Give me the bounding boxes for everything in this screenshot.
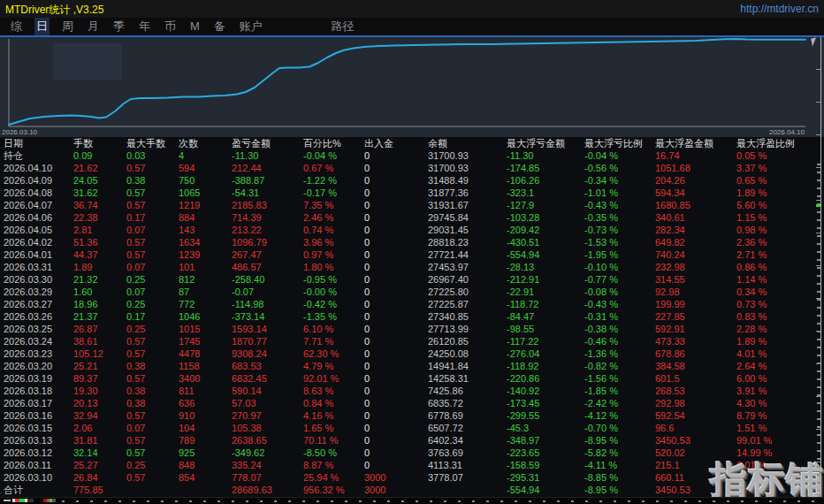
cell-num: 0.25 <box>123 459 175 471</box>
menu-item-备[interactable]: 备 <box>212 18 227 35</box>
taskbar-start-icon[interactable] <box>4 500 11 501</box>
cell-num: 848 <box>175 459 228 471</box>
cell-num: 267.47 <box>228 248 300 261</box>
cell-du: 3.91 % <box>733 385 824 397</box>
cell-num: 26.84 <box>70 471 123 484</box>
menu-item-账户[interactable]: 账户 <box>238 18 264 35</box>
cell-num: 6.10 % <box>300 323 361 335</box>
cell-bal: 3763.69 <box>424 447 503 459</box>
cell-num: 335.24 <box>228 459 300 471</box>
cell-num: 62.30 % <box>300 347 361 360</box>
cell-du: 649.82 <box>652 236 733 248</box>
cell-num: 0.57 <box>123 372 175 385</box>
cell-dd: -554.94 <box>503 248 581 261</box>
cell-num: 20.13 <box>70 397 123 409</box>
cell-bal: 26120.85 <box>424 335 503 347</box>
cell-num: 1219 <box>175 199 228 211</box>
menu-item-币[interactable]: 币 <box>163 18 178 35</box>
cell-bal: 27225.80 <box>424 286 503 298</box>
cell-num: 683.53 <box>228 360 300 372</box>
cell-num: 775.85 <box>70 484 123 496</box>
menu-item-季[interactable]: 季 <box>111 18 126 35</box>
cell-du: 6.00 % <box>733 372 824 385</box>
cell-date: 2026.03.12 <box>0 447 70 459</box>
cell-num: -0.00 % <box>300 286 361 298</box>
cell-date: 2026.04.05 <box>0 224 70 236</box>
cell-num: 2185.83 <box>228 199 300 211</box>
chart-overlay-box <box>53 43 122 80</box>
cell-bal: 31877.36 <box>424 187 503 199</box>
cell-num: 714.39 <box>228 211 300 224</box>
taskbar-icon-2[interactable] <box>43 499 56 502</box>
cell-dd: -0.77 % <box>581 273 652 286</box>
cell-num: 0.38 <box>123 397 175 409</box>
app-url-link[interactable]: http://mtdriver.cn <box>740 3 819 15</box>
cell-num: 636 <box>175 397 228 409</box>
cell-du: 227.85 <box>652 310 733 323</box>
menu-item-日[interactable]: 日 <box>34 18 50 35</box>
cell-num: 956.32 % <box>300 484 361 496</box>
cell-num: 0.97 % <box>300 248 361 261</box>
cell-num: -0.17 % <box>300 187 361 199</box>
cell-dd: -295.31 <box>503 471 581 484</box>
menu-item-综[interactable]: 综 <box>9 18 24 35</box>
cell-du: 314.55 <box>652 273 733 286</box>
cell-dd: -5.82 % <box>581 447 652 459</box>
cell-du: 2.64 % <box>733 360 824 372</box>
cell-num: 4 <box>175 149 228 162</box>
cell-num: 0.07 <box>123 261 175 273</box>
equity-line <box>9 39 805 125</box>
cell-dd: -103.28 <box>503 211 581 224</box>
cell-flow: 0 <box>361 422 424 434</box>
column-header-11: 最大浮盈比例 <box>733 137 824 149</box>
cell-num: 0.57 <box>123 471 175 484</box>
taskbar-icon-1[interactable] <box>12 499 34 502</box>
cell-du: 3.37 % <box>733 162 824 174</box>
cell-num: 21.37 <box>70 310 123 323</box>
cell-dd: -0.73 % <box>581 224 652 236</box>
cell-num: 4478 <box>175 347 228 360</box>
cell-bal: 31700.93 <box>424 162 503 174</box>
cell-dd: -1.36 % <box>581 347 652 360</box>
cell-du: 340.61 <box>652 211 733 224</box>
cell-num: 811 <box>175 385 228 397</box>
cell-num: 0.38 <box>123 174 175 187</box>
cell-num: 92.01 % <box>300 372 361 385</box>
cell-num: 21.32 <box>70 273 123 286</box>
cell-dd: -173.45 <box>503 397 581 409</box>
cell-du: 1051.68 <box>652 162 733 174</box>
menu-item-年[interactable]: 年 <box>137 18 152 35</box>
cell-num: 0.25 <box>123 298 175 310</box>
cell-num: 24.05 <box>70 174 123 187</box>
cell-flow: 0 <box>361 335 424 347</box>
cell-du: 592.54 <box>652 409 733 422</box>
cell-num: 7.35 % <box>300 199 361 211</box>
cell-num: 31.81 <box>70 434 123 447</box>
menu-item-path[interactable]: 路径 <box>329 18 355 35</box>
column-header-5: 百分比% <box>300 137 361 149</box>
menu-item-月[interactable]: 月 <box>86 18 101 35</box>
cell-flow: 0 <box>361 236 424 248</box>
cell-dd: -11.30 <box>503 149 581 162</box>
cell-date: 2026.04.07 <box>0 199 70 211</box>
cell-num: 105.12 <box>70 347 123 360</box>
cell-du: 0.98 % <box>733 224 824 236</box>
cell-num: 789 <box>175 434 228 447</box>
cell-flow: 0 <box>361 323 424 335</box>
cell-date: 2026.03.26 <box>0 310 70 323</box>
cell-du: 99.01 % <box>733 434 824 447</box>
stats-table: 日期手数最大手数次数盈亏金额百分比%出入金余额最大浮亏金额最大浮亏比例最大浮盈金… <box>0 137 824 496</box>
cell-num: 0.67 % <box>300 162 361 174</box>
taskbar-dashes <box>62 500 824 502</box>
cell-du: 1.89 % <box>733 335 824 347</box>
cell-du: 8.79 % <box>733 409 824 422</box>
menu-item-M[interactable]: M <box>188 18 202 35</box>
menu-item-周[interactable]: 周 <box>60 18 75 35</box>
scrollbar[interactable] <box>820 37 821 497</box>
cell-dd: -0.70 % <box>581 422 652 434</box>
cell-num: -11.30 <box>228 149 300 162</box>
cell-bal: 27340.85 <box>424 310 503 323</box>
cell-num: 1046 <box>175 310 228 323</box>
app-window: MTDriver统计 ,V3.25 http://mtdriver.cn 综日周… <box>0 0 824 504</box>
stats-table-wrap: 日期手数最大手数次数盈亏金额百分比%出入金余额最大浮亏金额最大浮亏比例最大浮盈金… <box>0 137 824 498</box>
